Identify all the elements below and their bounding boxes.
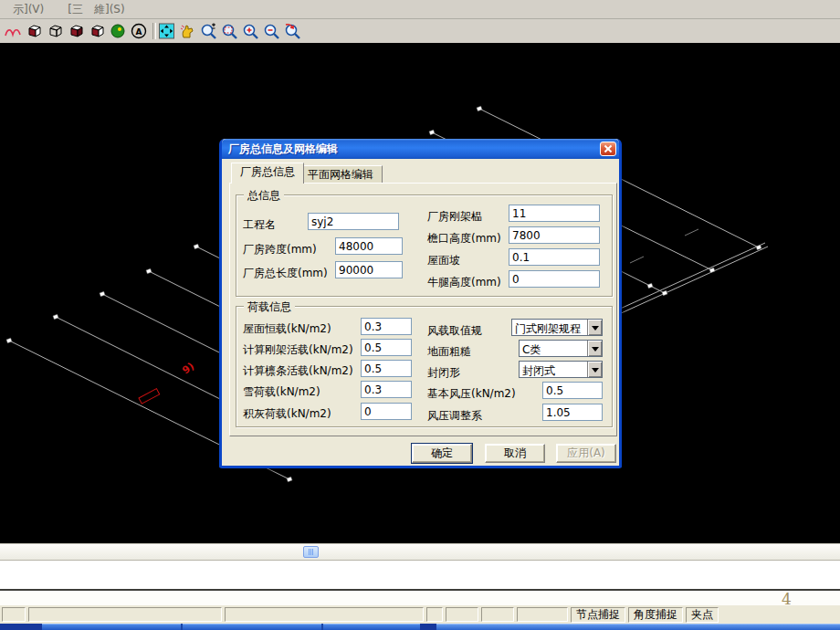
frame-line bbox=[630, 257, 644, 263]
taskbar-divider bbox=[321, 624, 323, 630]
axis-label: 9) bbox=[180, 361, 196, 377]
enclosure-select[interactable]: 封闭式 bbox=[519, 361, 603, 378]
node-marker[interactable] bbox=[647, 283, 653, 288]
enclosure-value: 封闭式 bbox=[520, 362, 587, 377]
group-load-info: 荷载信息 屋面恒载(kN/m2) 计算刚架活载(kN/m2) 计算檩条活载(kN… bbox=[236, 306, 613, 427]
frames-field[interactable] bbox=[509, 205, 600, 222]
axis-bubble bbox=[139, 389, 160, 404]
taskbar-segment[interactable] bbox=[436, 624, 840, 630]
purlin-live-label: 计算檩条活载(kN/m2) bbox=[243, 363, 353, 379]
chevron-down-icon[interactable] bbox=[587, 362, 602, 377]
angle-snap-toggle[interactable]: 角度捕捉 bbox=[628, 607, 683, 623]
node-snap-toggle[interactable]: 节点捕捉 bbox=[571, 607, 625, 623]
zoom-window-icon[interactable] bbox=[219, 21, 240, 41]
orbit-hand-icon[interactable] bbox=[177, 21, 198, 41]
taskbar-segment[interactable] bbox=[0, 624, 42, 630]
frame-live-field[interactable] bbox=[361, 339, 412, 356]
frame-line bbox=[609, 247, 768, 319]
corbel-field[interactable] bbox=[509, 270, 600, 288]
cube-half-icon[interactable] bbox=[87, 21, 108, 41]
scrollbar-thumb[interactable] bbox=[303, 546, 319, 558]
length-field[interactable] bbox=[335, 261, 403, 278]
slide-page-number: 4 bbox=[782, 590, 792, 608]
wind-code-value: 门式刚架规程 bbox=[512, 320, 587, 335]
purlin-live-field[interactable] bbox=[361, 360, 412, 377]
cube-wire-icon[interactable] bbox=[45, 21, 66, 41]
node-marker[interactable] bbox=[287, 477, 292, 481]
tab-grid-edit[interactable]: 平面网格编辑 bbox=[299, 165, 383, 183]
close-icon[interactable] bbox=[600, 142, 616, 156]
apply-button: 应用(A) bbox=[556, 444, 616, 463]
project-name-field[interactable] bbox=[308, 213, 399, 230]
slope-label: 屋面坡 bbox=[427, 253, 460, 268]
frame-live-label: 计算刚架活载(kN/m2) bbox=[243, 342, 353, 358]
menu-item[interactable]: [三 維](S) bbox=[68, 2, 124, 17]
zoom-dynamic-icon[interactable] bbox=[198, 21, 219, 41]
grip-snap-toggle[interactable]: 夹点 bbox=[686, 607, 719, 623]
frame-line bbox=[685, 229, 698, 236]
cube-solid-icon[interactable] bbox=[66, 21, 87, 41]
status-panel bbox=[481, 607, 514, 622]
horizontal-scrollbar[interactable] bbox=[0, 543, 840, 560]
span-field[interactable] bbox=[335, 237, 403, 255]
taskbar-divider bbox=[181, 624, 183, 630]
command-input-row[interactable] bbox=[0, 591, 840, 605]
zoom-in-icon[interactable] bbox=[240, 21, 261, 41]
taskbar[interactable] bbox=[0, 624, 840, 630]
pan-extents-icon[interactable] bbox=[156, 21, 177, 41]
curve-red-icon[interactable] bbox=[3, 21, 24, 41]
toolbar: A bbox=[0, 18, 840, 43]
menu-item[interactable]: 示](V) bbox=[13, 2, 44, 17]
zoom-out-icon[interactable] bbox=[261, 21, 282, 41]
eave-field[interactable] bbox=[509, 226, 600, 244]
node-marker[interactable] bbox=[709, 268, 715, 272]
snow-load-field[interactable] bbox=[361, 381, 412, 398]
wind-factor-label: 风压调整系 bbox=[427, 408, 482, 424]
node-marker[interactable] bbox=[146, 268, 152, 273]
status-panel bbox=[426, 607, 443, 622]
taskbar-segment[interactable] bbox=[420, 624, 436, 630]
group-load-title: 荷载信息 bbox=[244, 299, 295, 315]
status-panel bbox=[446, 607, 478, 622]
dialog-title: 厂房总信息及网格编辑 bbox=[228, 142, 338, 157]
chevron-down-icon[interactable] bbox=[587, 341, 602, 356]
node-marker[interactable] bbox=[756, 245, 761, 249]
node-marker[interactable] bbox=[53, 314, 58, 319]
node-marker[interactable] bbox=[662, 290, 667, 295]
frames-label: 厂房刚架榀 bbox=[427, 209, 482, 225]
frame-line bbox=[606, 243, 765, 315]
node-marker[interactable] bbox=[429, 130, 435, 134]
ash-load-field[interactable] bbox=[361, 403, 412, 420]
cancel-button[interactable]: 取消 bbox=[485, 444, 545, 463]
span-label: 厂房跨度(mm) bbox=[243, 242, 317, 257]
roughness-select[interactable]: C类 bbox=[519, 340, 603, 357]
wind-factor-field[interactable] bbox=[542, 404, 603, 421]
dead-load-field[interactable] bbox=[361, 318, 412, 335]
zoom-previous-icon[interactable] bbox=[282, 21, 303, 41]
status-panel bbox=[225, 607, 424, 622]
cube-shaded-icon[interactable] bbox=[24, 21, 45, 41]
node-marker[interactable] bbox=[194, 244, 199, 248]
roughness-value: C类 bbox=[520, 341, 587, 356]
wind-pressure-field[interactable] bbox=[542, 382, 603, 399]
corbel-label: 牛腿高度(mm) bbox=[427, 275, 501, 290]
group-general-info: 总信息 工程名 厂房跨度(mm) 厂房总长度(mm) 厂房刚架榀 檐口高度(mm… bbox=[236, 194, 613, 297]
node-marker[interactable] bbox=[100, 291, 105, 296]
ok-button[interactable]: 确定 bbox=[412, 444, 472, 463]
eave-label: 檐口高度(mm) bbox=[427, 231, 501, 247]
dead-load-label: 屋面恒载(kN/m2) bbox=[243, 321, 331, 337]
wind-code-select[interactable]: 门式刚架规程 bbox=[511, 319, 603, 336]
north-arrow-icon[interactable]: A bbox=[129, 21, 150, 41]
toolbar-separator bbox=[150, 22, 156, 40]
tab-general-info[interactable]: 厂房总信息 bbox=[231, 163, 304, 184]
slope-field[interactable] bbox=[509, 248, 600, 266]
status-bar: 节点捕捉 角度捕捉 夹点 bbox=[0, 605, 840, 624]
length-label: 厂房总长度(mm) bbox=[243, 266, 328, 281]
render-sphere-icon[interactable] bbox=[108, 21, 129, 41]
node-marker[interactable] bbox=[477, 106, 482, 110]
wind-pressure-label: 基本风压(kN/m2) bbox=[427, 386, 516, 402]
dialog-titlebar[interactable]: 厂房总信息及网格编辑 bbox=[222, 139, 619, 159]
chevron-down-icon[interactable] bbox=[587, 320, 602, 335]
command-line-area[interactable] bbox=[0, 560, 840, 589]
node-marker[interactable] bbox=[6, 338, 12, 342]
